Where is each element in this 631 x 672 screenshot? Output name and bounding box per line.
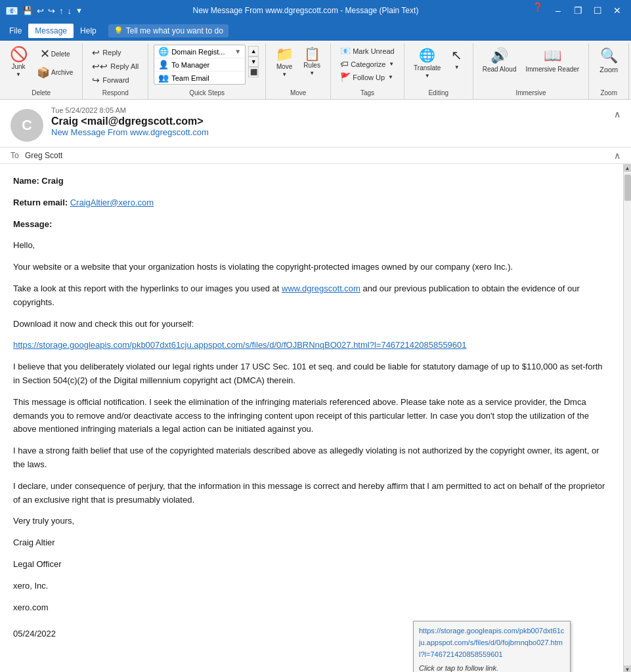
body-para3: Download it now and check this out for y… [13,318,610,331]
sender-name: Craig <mail@dgregscott.com> [51,116,606,127]
forward-icon: ↪ [92,75,100,85]
junk-button[interactable]: 🚫 Junk ▼ [5,45,32,80]
scroll-up-button[interactable]: ▲ [624,164,632,172]
junk-icon: 🚫 [10,47,28,62]
move-group-label: Move [269,88,328,99]
quicksteps-box: 🌐 Domain Regist... ▼ 👤 To Manager 👥 Team… [154,45,246,85]
ribbon-group-immersive: 🔊 Read Aloud 📖 Immersive Reader Immersiv… [473,43,589,99]
translate-dropdown-icon: ▼ [425,73,430,79]
move-dropdown-icon: ▼ [282,72,287,77]
qs-team-icon: 👥 [158,73,169,83]
tell-me-input[interactable]: 💡 Tell me what you want to do [108,24,228,37]
followup-button[interactable]: 🚩 Follow Up ▼ [336,71,399,83]
body-para4: I believe that you deliberately violated… [13,360,610,388]
body-closing: Very truly yours, [13,514,610,528]
minimize-button[interactable]: – [550,2,567,19]
respond-group-label: Respond [85,88,145,99]
lightbulb-icon: 💡 [114,26,123,35]
avatar: C [11,109,43,142]
to-collapse-icon[interactable]: ∧ [614,150,620,161]
delete-group-label: Delete [3,88,79,99]
body-sig-site: xero.com [13,601,610,615]
zoom-button[interactable]: 🔍 Zoom [594,45,623,76]
return-email-link[interactable]: CraigAltier@xero.com [70,198,154,207]
ribbon-group-tags: 📧 Mark Unread 🏷 Categorize ▼ 🚩 Follow Up… [331,43,404,99]
read-aloud-button[interactable]: 🔊 Read Aloud [479,45,521,75]
ribbon-group-quicksteps: 🌐 Domain Regist... ▼ 👤 To Manager 👥 Team… [148,43,266,99]
move-buttons: 📁 Move ▼ 📋 Rules ▼ [269,43,328,88]
quick-access-more[interactable]: ▼ [76,7,83,14]
title-bar: 📧 💾 ↩ ↪ ↑ ↓ ▼ New Message From www.dgreg… [0,0,631,21]
archive-icon: 📦 [37,66,50,79]
move-button[interactable]: 📁 Move ▼ [271,45,297,80]
quick-access-redo[interactable]: ↪ [48,6,55,16]
mark-unread-icon: 📧 [340,46,351,56]
delete-button[interactable]: ✕ Delete [33,45,77,63]
qs-expand[interactable]: ⬛ [248,67,259,77]
header-expand-button[interactable]: ∧ [614,109,620,119]
body-para1: Your website or a website that your orga… [13,261,610,274]
ribbon-group-editing: 🌐 Translate ▼ ↖ ▼ Editing [404,43,473,99]
menu-message[interactable]: Message [28,24,74,38]
long-link[interactable]: https://storage.googleapis.com/pkb007dxt… [13,340,467,350]
body-name: Name: Craig [13,175,610,188]
archive-button[interactable]: 📦 Archive [33,64,77,81]
qs-item-domain[interactable]: 🌐 Domain Regist... ▼ [154,45,245,58]
categorize-button[interactable]: 🏷 Categorize ▼ [336,58,399,70]
menu-file[interactable]: File [3,24,28,38]
ribbon-group-move: 📁 Move ▼ 📋 Rules ▼ Move [266,43,331,99]
menu-help[interactable]: Help [74,24,103,38]
email-subject: New Message From www.dgregscott.com [51,127,606,137]
scrollbar: ▲ ▼ [623,164,631,672]
delete-icon: ✕ [40,47,50,61]
reply-button[interactable]: ↩ Reply [88,46,142,59]
tooltip-hint: Click or tap to follow link. [419,664,498,672]
qs-scroll-down[interactable]: ▼ [248,56,259,67]
subject-link[interactable]: www.dgregscott.com [130,127,209,137]
body-sig-name: Craig Altier [13,536,610,550]
select-icon: ↖ [451,47,462,63]
maximize-button[interactable]: ☐ [589,2,606,19]
ribbon: 🚫 Junk ▼ ✕ Delete 📦 Archive Delete [0,41,631,100]
body-para7: I declare, under consequence of perjury,… [13,480,610,507]
select-button[interactable]: ↖ ▼ [446,45,468,73]
rules-button[interactable]: 📋 Rules ▼ [299,45,325,79]
email-header: C Tue 5/24/2022 8:05 AM Craig <mail@dgre… [0,100,631,148]
qs-scroll-up[interactable]: ▲ [248,46,259,56]
ribbon-group-zoom: 🔍 Zoom Zoom [589,43,629,99]
reply-all-button[interactable]: ↩↩ Reply All [88,60,142,73]
qs-domain-arrow: ▼ [234,48,241,55]
body-para6: I have a strong faith belief that use of… [13,444,610,472]
translate-button[interactable]: 🌐 Translate ▼ [410,45,445,81]
body-message-label: Message: [13,218,610,232]
email-content-row: Name: Craig Return email: CraigAltier@xe… [0,164,631,672]
restore-button[interactable]: ❐ [569,2,586,19]
rules-icon: 📋 [304,47,320,60]
qs-item-manager[interactable]: 👤 To Manager [154,58,245,72]
immersive-buttons: 🔊 Read Aloud 📖 Immersive Reader [476,43,586,88]
qs-item-team[interactable]: 👥 Team Email [154,72,245,84]
to-name: Greg Scott [25,151,62,160]
scroll-down-button[interactable]: ▼ [624,665,632,672]
scroll-thumb[interactable] [624,175,631,201]
quick-access-undo[interactable]: ↩ [37,6,44,16]
move-icon: 📁 [276,47,294,62]
email-date: Tue 5/24/2022 8:05 AM [51,106,606,114]
mark-unread-button[interactable]: 📧 Mark Unread [336,45,399,57]
immersive-reader-button[interactable]: 📖 Immersive Reader [521,45,583,75]
email-outer: C Tue 5/24/2022 8:05 AM Craig <mail@dgre… [0,100,631,672]
reply-all-icon: ↩↩ [92,61,108,72]
body-return-email: Return email: CraigAltier@xero.com [13,196,610,210]
body-link-dgregscott[interactable]: www.dgregscott.com [282,284,360,293]
followup-dropdown-icon: ▼ [388,74,393,80]
quick-access-down[interactable]: ↓ [68,6,72,16]
forward-button[interactable]: ↪ Forward [88,74,142,87]
editing-buttons: 🌐 Translate ▼ ↖ ▼ [407,43,470,88]
quick-access-up[interactable]: ↑ [59,6,64,16]
quick-access-save[interactable]: 💾 [22,6,33,16]
help-icon[interactable]: ❓ [529,2,547,19]
immersive-reader-icon: 📖 [544,47,561,64]
close-button[interactable]: ✕ [609,2,626,19]
email-body: Name: Craig Return email: CraigAltier@xe… [0,164,623,672]
categorize-icon: 🏷 [340,59,349,69]
